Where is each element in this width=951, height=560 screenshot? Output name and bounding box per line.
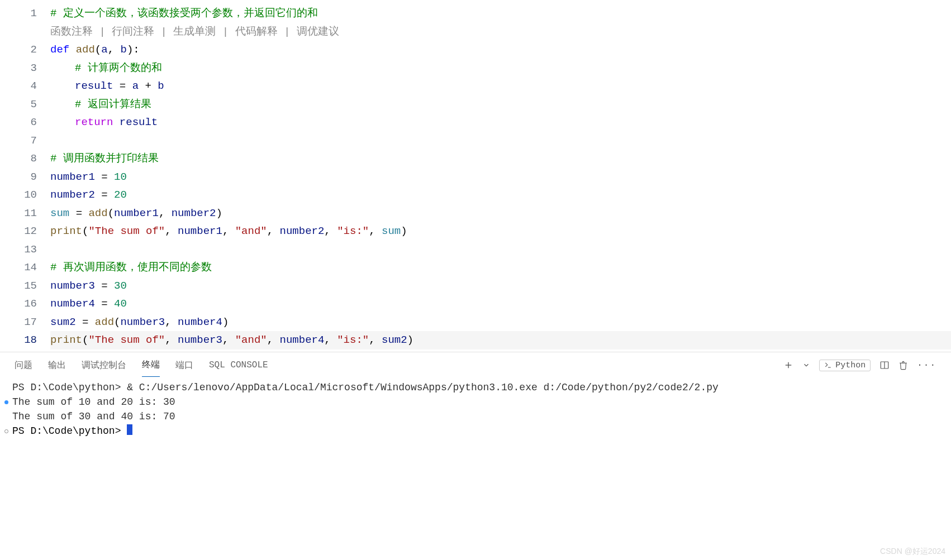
function-name: add <box>76 44 95 56</box>
comment: # 再次调用函数，使用不同的参数 <box>50 261 212 274</box>
line-number: 12 <box>0 222 50 241</box>
line-number: 6 <box>0 113 50 132</box>
active-line[interactable]: print("The sum of", number3, "and", numb… <box>50 331 951 350</box>
tab-debug-console[interactable]: 调试控制台 <box>82 354 126 377</box>
line-number: 10 <box>0 186 50 204</box>
status-dot-icon <box>4 400 8 404</box>
hint-func-comment[interactable]: 函数注释 <box>50 26 93 38</box>
terminal-line: PS D:\Code\python> & C:/Users/lenovo/App… <box>12 380 939 395</box>
tab-problems[interactable]: 问题 <box>15 354 32 377</box>
terminal-line: The sum of 10 and 20 is: 30 <box>12 395 939 409</box>
line-number: 5 <box>0 95 50 114</box>
trash-button[interactable] <box>898 361 908 370</box>
comment: # 定义一个函数，该函数接受两个参数，并返回它们的和 <box>50 7 318 20</box>
watermark: CSDN @好运2024 <box>880 547 945 557</box>
line-number: 4 <box>0 77 50 95</box>
code-editor[interactable]: 1 2 3 4 5 6 7 8 9 10 11 12 13 14 15 16 1… <box>0 0 951 352</box>
comment: # 调用函数并打印结果 <box>50 152 159 165</box>
terminal-prompt-line[interactable]: PS D:\Code\python> <box>12 424 939 438</box>
terminal-cursor <box>127 424 132 435</box>
new-terminal-button[interactable] <box>783 360 793 370</box>
bottom-panel: 问题 输出 调试控制台 终端 端口 SQL CONSOLE Python ··· <box>0 352 951 560</box>
terminal-output[interactable]: PS D:\Code\python> & C:/Users/lenovo/App… <box>0 378 951 441</box>
line-number: 11 <box>0 204 50 223</box>
line-number: 3 <box>0 59 50 78</box>
chevron-down-icon[interactable] <box>802 361 810 369</box>
line-number: 18 <box>0 331 50 350</box>
comment: # 计算两个数的和 <box>75 62 162 74</box>
tab-sql-console[interactable]: SQL CONSOLE <box>209 355 268 376</box>
code-lens-hints[interactable]: 函数注释 | 行间注释 | 生成单测 | 代码解释 | 调优建议 <box>50 23 951 41</box>
tab-ports[interactable]: 端口 <box>175 354 193 377</box>
line-number: 2 <box>0 41 50 59</box>
hint-inline-comment[interactable]: 行间注释 <box>112 26 154 38</box>
tab-terminal[interactable]: 终端 <box>142 353 160 377</box>
panel-tab-bar: 问题 输出 调试控制台 终端 端口 SQL CONSOLE Python ··· <box>0 352 951 378</box>
line-number: 14 <box>0 259 50 277</box>
line-number: 16 <box>0 295 50 313</box>
terminal-line: The sum of 30 and 40 is: 70 <box>12 409 939 424</box>
hint-explain[interactable]: 代码解释 <box>235 26 278 38</box>
code-content[interactable]: # 定义一个函数，该函数接受两个参数，并返回它们的和 函数注释 | 行间注释 |… <box>50 0 951 352</box>
comment: # 返回计算结果 <box>75 98 151 111</box>
line-number: 13 <box>0 241 50 259</box>
keyword-def: def <box>50 44 69 56</box>
keyword-return: return <box>75 116 113 128</box>
line-number: 15 <box>0 277 50 295</box>
line-number: 8 <box>0 150 50 168</box>
hint-gen-test[interactable]: 生成单测 <box>173 26 216 38</box>
shell-label: Python <box>835 361 866 370</box>
line-number: 9 <box>0 168 50 186</box>
terminal-icon <box>824 361 832 369</box>
line-number-gutter: 1 2 3 4 5 6 7 8 9 10 11 12 13 14 15 16 1… <box>0 0 50 352</box>
split-terminal-button[interactable] <box>879 360 890 370</box>
line-number: 1 <box>0 4 50 23</box>
tab-output[interactable]: 输出 <box>48 354 66 377</box>
terminal-shell-selector[interactable]: Python <box>819 360 871 371</box>
status-dot-icon <box>4 429 8 433</box>
line-number: 7 <box>0 132 50 150</box>
line-number: 17 <box>0 313 50 332</box>
hint-tune[interactable]: 调优建议 <box>297 26 339 38</box>
more-actions-button[interactable]: ··· <box>917 360 936 370</box>
